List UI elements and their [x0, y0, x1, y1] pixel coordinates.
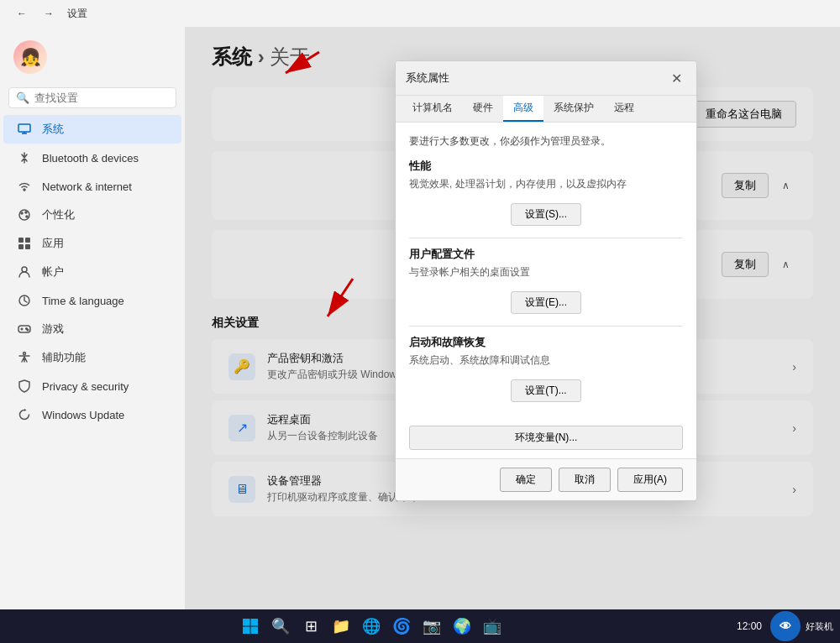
windows-logo-button[interactable] [237, 613, 264, 640]
sidebar-label-personalization: 个性化 [42, 207, 75, 222]
startup-settings-button[interactable]: 设置(T)... [511, 379, 580, 402]
grid-icon [17, 236, 32, 251]
sidebar-item-apps[interactable]: 应用 [3, 229, 181, 258]
svg-rect-0 [18, 124, 30, 132]
sidebar-label-update: Windows Update [42, 409, 124, 421]
accessibility-icon [17, 350, 32, 365]
dialog-title: 系统属性 [406, 71, 449, 86]
svg-line-21 [286, 52, 319, 73]
taskbar-taskview-button[interactable]: ⊞ [297, 613, 324, 640]
svg-rect-10 [18, 244, 24, 249]
taskbar-app3-button[interactable]: 📺 [479, 613, 506, 640]
branding-icon: 👁 [780, 619, 791, 633]
svg-point-3 [24, 189, 25, 191]
svg-point-7 [26, 216, 28, 217]
sidebar-item-personalization[interactable]: 个性化 [3, 201, 181, 229]
dialog-tab-remote[interactable]: 远程 [604, 96, 644, 122]
user-profile-desc: 与登录帐户相关的桌面设置 [409, 265, 683, 280]
svg-rect-24 [251, 619, 259, 626]
svg-rect-26 [251, 627, 259, 635]
branding-button[interactable]: 👁 [770, 611, 801, 641]
dialog-section-performance: 性能 视觉效果, 处理器计划，内存使用，以及虚拟内存 设置(S)... [409, 159, 683, 226]
monitor-icon [17, 122, 32, 137]
sidebar-item-time[interactable]: Time & language [3, 286, 181, 315]
forward-button[interactable]: → [37, 2, 60, 25]
sidebar-label-time: Time & language [42, 295, 124, 307]
startup-title: 启动和故障恢复 [409, 335, 683, 350]
dialog-tabs: 计算机名 硬件 高级 系统保护 远程 [396, 96, 696, 123]
dialog-body: 要进行大多数更改，你必须作为管理员登录。 性能 视觉效果, 处理器计划，内存使用… [396, 123, 696, 426]
wifi-icon [17, 179, 32, 194]
sidebar-label-bluetooth: Bluetooth & devices [42, 152, 139, 165]
shield-icon [17, 379, 32, 394]
ok-button[interactable]: 确定 [500, 468, 552, 492]
user-profile-settings-button[interactable]: 设置(E)... [511, 291, 581, 314]
svg-line-22 [328, 279, 353, 316]
sidebar-label-accessibility: 辅助功能 [42, 350, 86, 365]
svg-rect-11 [25, 244, 30, 249]
svg-point-12 [22, 267, 27, 272]
cancel-button[interactable]: 取消 [559, 468, 611, 492]
user-profile-title: 用户配置文件 [409, 247, 683, 262]
environment-variables-button[interactable]: 环境变量(N)... [409, 426, 683, 450]
svg-point-19 [24, 353, 26, 355]
main-content: 系统 › 关于 重命名这台电脑 复制 ∧ [185, 27, 840, 609]
taskbar-right: 12:00 👁 好装机 [737, 611, 833, 641]
sidebar-item-bluetooth[interactable]: Bluetooth & devices [3, 144, 181, 172]
taskbar-time: 12:00 [737, 620, 762, 632]
performance-desc: 视觉效果, 处理器计划，内存使用，以及虚拟内存 [409, 177, 683, 191]
user-profile: 👧 [0, 34, 185, 87]
dialog-tab-system-protection[interactable]: 系统保护 [543, 96, 604, 122]
search-input[interactable] [34, 91, 169, 104]
sidebar-item-privacy[interactable]: Privacy & security [3, 372, 181, 400]
title-bar: ← → 设置 [0, 0, 840, 27]
sidebar-item-accounts[interactable]: 帐户 [3, 258, 181, 286]
sidebar-label-accounts: 帐户 [42, 264, 64, 280]
separator-2 [409, 326, 683, 327]
taskbar-app2-button[interactable]: 🌍 [449, 613, 475, 640]
sidebar-item-system[interactable]: 系统 [3, 115, 181, 144]
svg-point-4 [19, 210, 29, 220]
performance-settings-button[interactable]: 设置(S)... [511, 203, 581, 226]
sidebar-item-network[interactable]: Network & internet [3, 172, 181, 201]
refresh-icon [17, 407, 32, 422]
dialog-overlay: 系统属性 ✕ 计算机名 硬件 高级 系统保护 远程 要进行大多数更改，你必须作为… [185, 27, 840, 609]
dialog-tab-computer-name[interactable]: 计算机名 [402, 96, 463, 122]
apply-button[interactable]: 应用(A) [617, 468, 683, 492]
performance-title: 性能 [409, 159, 683, 174]
app-container: 👧 🔍 系统 Bluetooth & devices Network & int… [0, 27, 840, 609]
svg-rect-23 [243, 619, 250, 626]
user-icon [17, 264, 32, 280]
dialog-tab-advanced[interactable]: 高级 [503, 96, 543, 122]
bluetooth-icon [17, 150, 32, 165]
sidebar-item-gaming[interactable]: 游戏 [3, 315, 181, 343]
taskbar-explorer-button[interactable]: 📁 [328, 613, 354, 640]
avatar: 👧 [13, 40, 47, 74]
sidebar-label-apps: 应用 [42, 236, 64, 251]
svg-rect-8 [18, 238, 24, 243]
sidebar: 👧 🔍 系统 Bluetooth & devices Network & int… [0, 27, 185, 609]
taskbar-search-button[interactable]: 🔍 [267, 613, 294, 640]
sidebar-label-privacy: Privacy & security [42, 380, 129, 393]
clock-icon [17, 293, 32, 308]
taskbar: 🔍 ⊞ 📁 🌐 🌀 📷 🌍 📺 12:00 👁 好装机 [0, 609, 840, 643]
separator-1 [409, 238, 683, 238]
dialog-section-user-profile: 用户配置文件 与登录帐户相关的桌面设置 设置(E)... [409, 247, 683, 314]
dialog-footer: 确定 取消 应用(A) [396, 458, 696, 500]
sidebar-label-gaming: 游戏 [42, 322, 64, 337]
dialog-close-button[interactable]: ✕ [666, 68, 686, 88]
svg-point-5 [21, 212, 23, 214]
dialog-title-bar: 系统属性 ✕ [396, 61, 696, 96]
back-button[interactable]: ← [10, 2, 34, 25]
svg-point-18 [27, 329, 29, 331]
branding-label: 好装机 [806, 620, 833, 633]
sidebar-item-accessibility[interactable]: 辅助功能 [3, 343, 181, 372]
taskbar-chrome-button[interactable]: 🌐 [358, 613, 385, 640]
sidebar-item-update[interactable]: Windows Update [3, 400, 181, 429]
taskbar-edge-button[interactable]: 🌀 [388, 613, 415, 640]
dialog-tab-hardware[interactable]: 硬件 [463, 96, 503, 122]
search-box[interactable]: 🔍 [8, 87, 176, 108]
dialog-section-startup: 启动和故障恢复 系统启动、系统故障和调试信息 设置(T)... [409, 335, 683, 402]
startup-desc: 系统启动、系统故障和调试信息 [409, 353, 683, 368]
taskbar-app1-button[interactable]: 📷 [418, 613, 445, 640]
